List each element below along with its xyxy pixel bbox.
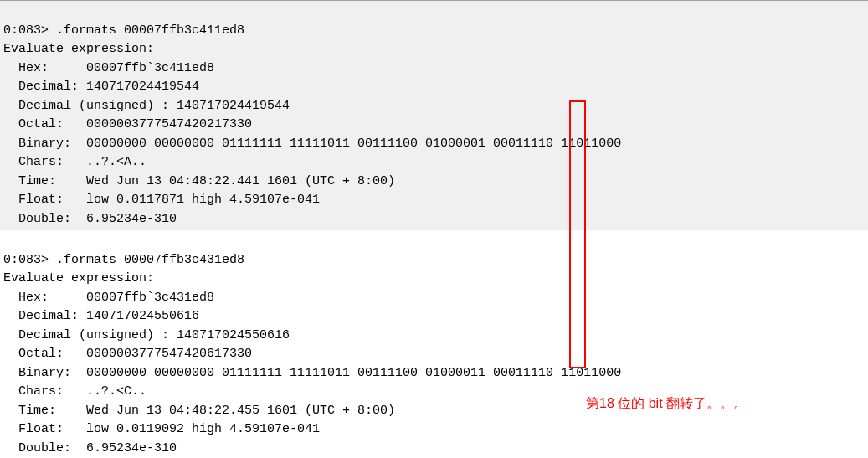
- octal-line: Octal: 0000003777547420217330: [3, 117, 252, 131]
- decimal-line: Decimal: 140717024550616: [3, 309, 199, 323]
- prompt-line: 0:083> .formats 00007ffb3c431ed8: [3, 253, 244, 267]
- chars-line: Chars: ..?.<A..: [3, 155, 146, 169]
- time-line: Time: Wed Jun 13 04:48:22.441 1601 (UTC …: [3, 174, 395, 188]
- decimal-line: Decimal: 140717024419544: [3, 80, 199, 94]
- eval-line: Evaluate expression:: [3, 271, 154, 286]
- decimal-unsigned-line: Decimal (unsigned) : 140717024550616: [3, 328, 290, 342]
- float-line: Float: low 0.0119092 high 4.59107e-041: [3, 422, 320, 436]
- time-line: Time: Wed Jun 13 04:48:22.455 1601 (UTC …: [3, 404, 395, 418]
- annotation-text: 第18 位的 bit 翻转了。。。: [586, 394, 747, 414]
- decimal-unsigned-line: Decimal (unsigned) : 140717024419544: [3, 99, 290, 113]
- output-block-2: 0:083> .formats 00007ffb3c431ed8 Evaluat…: [0, 230, 868, 458]
- octal-line: Octal: 0000003777547420617330: [3, 347, 252, 361]
- output-block-1: 0:083> .formats 00007ffb3c411ed8 Evaluat…: [0, 0, 868, 230]
- binary-line: Binary: 00000000 00000000 01111111 11111…: [3, 366, 621, 380]
- prompt-line: 0:083> .formats 00007ffb3c411ed8: [3, 23, 244, 38]
- hex-line: Hex: 00007ffb`3c431ed8: [3, 291, 214, 305]
- binary-line: Binary: 00000000 00000000 01111111 11111…: [3, 136, 621, 151]
- double-line: Double: 6.95234e-310: [3, 441, 177, 455]
- hex-line: Hex: 00007ffb`3c411ed8: [3, 61, 214, 75]
- float-line: Float: low 0.0117871 high 4.59107e-041: [3, 193, 320, 207]
- eval-line: Evaluate expression:: [3, 42, 154, 56]
- chars-line: Chars: ..?.<C..: [3, 384, 146, 399]
- double-line: Double: 6.95234e-310: [3, 212, 177, 226]
